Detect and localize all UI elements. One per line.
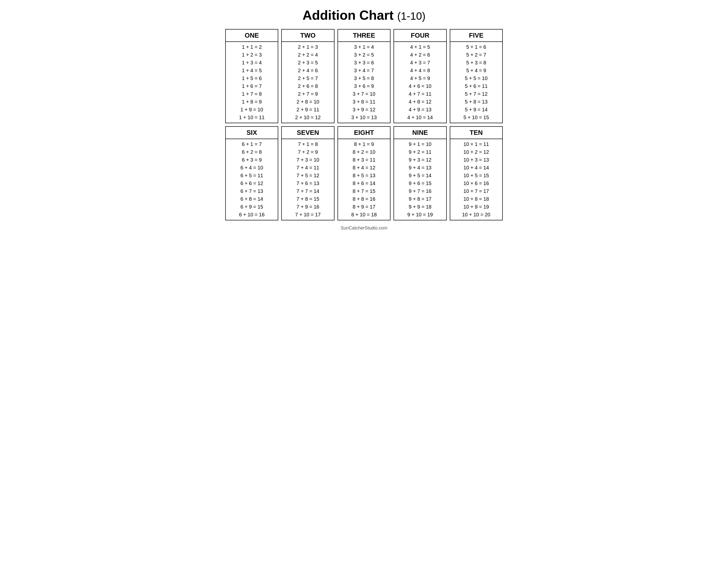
number-box-header-seven: SEVEN [282, 127, 334, 139]
equation-two-5: 2 + 5 = 7 [298, 75, 318, 82]
equation-seven-4: 7 + 4 = 11 [297, 164, 319, 171]
equation-four-9: 4 + 9 = 13 [409, 106, 431, 113]
equation-four-5: 4 + 5 = 9 [410, 75, 430, 82]
number-box-body-seven: 7 + 1 = 87 + 2 = 97 + 3 = 107 + 4 = 117 … [282, 139, 334, 220]
equation-ten-4: 10 + 4 = 14 [463, 164, 489, 171]
number-box-one: ONE1 + 1 = 21 + 2 = 31 + 3 = 41 + 4 = 51… [225, 29, 278, 123]
number-box-six: SIX6 + 1 = 76 + 2 = 86 + 3 = 96 + 4 = 10… [225, 126, 278, 220]
title-main: Addition Chart [302, 8, 397, 22]
number-box-header-six: SIX [226, 127, 278, 139]
equation-seven-9: 7 + 9 = 16 [297, 203, 319, 210]
number-box-body-five: 5 + 1 = 65 + 2 = 75 + 3 = 85 + 4 = 95 + … [450, 42, 502, 123]
equation-nine-4: 9 + 4 = 13 [409, 164, 431, 171]
number-box-header-three: THREE [338, 30, 390, 42]
equation-eight-3: 8 + 3 = 11 [353, 156, 375, 164]
equation-six-4: 6 + 4 = 10 [240, 164, 263, 171]
equation-six-8: 6 + 8 = 14 [240, 195, 263, 203]
equation-eight-9: 8 + 9 = 17 [353, 203, 375, 210]
number-box-four: FOUR4 + 1 = 54 + 2 = 64 + 3 = 74 + 4 = 8… [394, 29, 446, 123]
equation-seven-10: 7 + 10 = 17 [295, 211, 321, 218]
equation-three-4: 3 + 4 = 7 [354, 67, 374, 74]
equation-eight-1: 8 + 1 = 9 [354, 141, 374, 148]
number-box-header-eight: EIGHT [338, 127, 390, 139]
equation-ten-2: 10 + 2 = 12 [463, 148, 489, 156]
equation-ten-9: 10 + 9 = 19 [463, 203, 489, 210]
equation-ten-8: 10 + 8 = 18 [463, 195, 489, 203]
equation-two-10: 2 + 10 = 12 [295, 114, 321, 121]
equation-one-5: 1 + 5 = 6 [242, 75, 262, 82]
equation-one-6: 1 + 6 = 7 [242, 83, 262, 90]
equation-nine-3: 9 + 3 = 12 [409, 156, 431, 164]
number-box-three: THREE3 + 1 = 43 + 2 = 53 + 3 = 63 + 4 = … [338, 29, 390, 123]
equation-three-3: 3 + 3 = 6 [354, 59, 374, 66]
equation-one-10: 1 + 10 = 11 [239, 114, 265, 121]
number-box-body-two: 2 + 1 = 32 + 2 = 42 + 3 = 52 + 4 = 62 + … [282, 42, 334, 123]
equation-nine-5: 9 + 5 = 14 [409, 172, 431, 179]
equation-four-8: 4 + 8 = 12 [409, 98, 431, 105]
footer-text: SunCatcherStudio.com [341, 225, 387, 231]
equation-four-6: 4 + 6 = 10 [409, 83, 431, 90]
number-box-body-six: 6 + 1 = 76 + 2 = 86 + 3 = 96 + 4 = 106 +… [226, 139, 278, 220]
equation-eight-6: 8 + 6 = 14 [353, 180, 375, 187]
equation-nine-1: 9 + 1 = 10 [409, 141, 431, 148]
equation-three-5: 3 + 5 = 8 [354, 75, 374, 82]
equation-one-3: 1 + 3 = 4 [242, 59, 262, 66]
equation-three-7: 3 + 7 = 10 [353, 90, 375, 98]
equation-ten-10: 10 + 10 = 20 [462, 211, 490, 218]
equation-six-2: 6 + 2 = 8 [242, 148, 262, 156]
number-box-body-four: 4 + 1 = 54 + 2 = 64 + 3 = 74 + 4 = 84 + … [394, 42, 446, 123]
equation-six-10: 6 + 10 = 16 [239, 211, 265, 218]
equation-two-7: 2 + 7 = 9 [298, 90, 318, 98]
number-box-ten: TEN10 + 1 = 1110 + 2 = 1210 + 3 = 1310 +… [450, 126, 503, 220]
equation-ten-7: 10 + 7 = 17 [463, 187, 489, 195]
equation-two-4: 2 + 4 = 6 [298, 67, 318, 74]
equation-four-7: 4 + 7 = 11 [409, 90, 431, 98]
equation-two-6: 2 + 6 = 8 [298, 83, 318, 90]
equation-one-9: 1 + 9 = 10 [240, 106, 263, 113]
equation-eight-4: 8 + 4 = 12 [353, 164, 375, 171]
equation-two-9: 2 + 9 = 11 [297, 106, 319, 113]
equation-five-6: 5 + 6 = 11 [465, 83, 488, 90]
number-box-body-eight: 8 + 1 = 98 + 2 = 108 + 3 = 118 + 4 = 128… [338, 139, 390, 220]
equation-one-8: 1 + 8 = 9 [242, 98, 262, 105]
number-box-body-one: 1 + 1 = 21 + 2 = 31 + 3 = 41 + 4 = 51 + … [226, 42, 278, 123]
number-box-five: FIVE5 + 1 = 65 + 2 = 75 + 3 = 85 + 4 = 9… [450, 29, 503, 123]
equation-nine-2: 9 + 2 = 11 [409, 148, 431, 156]
equation-seven-8: 7 + 8 = 15 [297, 195, 319, 203]
equation-five-5: 5 + 5 = 10 [465, 75, 488, 82]
equation-four-4: 4 + 4 = 8 [410, 67, 430, 74]
equation-nine-8: 9 + 8 = 17 [409, 195, 431, 203]
number-box-body-nine: 9 + 1 = 109 + 2 = 119 + 3 = 129 + 4 = 13… [394, 139, 446, 220]
equation-eight-2: 8 + 2 = 10 [353, 148, 375, 156]
equation-five-10: 5 + 10 = 15 [463, 114, 489, 121]
equation-one-2: 1 + 2 = 3 [242, 51, 262, 59]
equation-four-10: 4 + 10 = 14 [407, 114, 433, 121]
chart-grid: ONE1 + 1 = 21 + 2 = 31 + 3 = 41 + 4 = 51… [225, 29, 503, 220]
number-box-seven: SEVEN7 + 1 = 87 + 2 = 97 + 3 = 107 + 4 =… [281, 126, 334, 220]
equation-six-3: 6 + 3 = 9 [242, 156, 262, 164]
equation-two-8: 2 + 8 = 10 [297, 98, 319, 105]
equation-ten-5: 10 + 5 = 15 [463, 172, 489, 179]
equation-eight-5: 8 + 5 = 13 [353, 172, 375, 179]
equation-five-2: 5 + 2 = 7 [466, 51, 486, 59]
equation-five-3: 5 + 3 = 8 [466, 59, 486, 66]
equation-ten-6: 10 + 6 = 16 [463, 180, 489, 187]
equation-three-8: 3 + 8 = 11 [353, 98, 375, 105]
number-box-header-five: FIVE [450, 30, 502, 42]
equation-nine-9: 9 + 9 = 18 [409, 203, 431, 210]
equation-two-2: 2 + 2 = 4 [298, 51, 318, 59]
number-box-header-four: FOUR [394, 30, 446, 42]
number-box-eight: EIGHT8 + 1 = 98 + 2 = 108 + 3 = 118 + 4 … [338, 126, 390, 220]
equation-seven-6: 7 + 6 = 13 [297, 180, 319, 187]
equation-six-5: 6 + 5 = 11 [240, 172, 263, 179]
number-box-body-ten: 10 + 1 = 1110 + 2 = 1210 + 3 = 1310 + 4 … [450, 139, 502, 220]
equation-ten-3: 10 + 3 = 13 [463, 156, 489, 164]
equation-five-4: 5 + 4 = 9 [466, 67, 486, 74]
equation-six-6: 6 + 6 = 12 [240, 180, 263, 187]
equation-two-1: 2 + 1 = 3 [298, 43, 318, 51]
equation-five-8: 5 + 8 = 13 [465, 98, 488, 105]
number-box-header-ten: TEN [450, 127, 502, 139]
equation-three-2: 3 + 2 = 5 [354, 51, 374, 59]
number-box-two: TWO2 + 1 = 32 + 2 = 42 + 3 = 52 + 4 = 62… [281, 29, 334, 123]
equation-seven-5: 7 + 5 = 12 [297, 172, 319, 179]
